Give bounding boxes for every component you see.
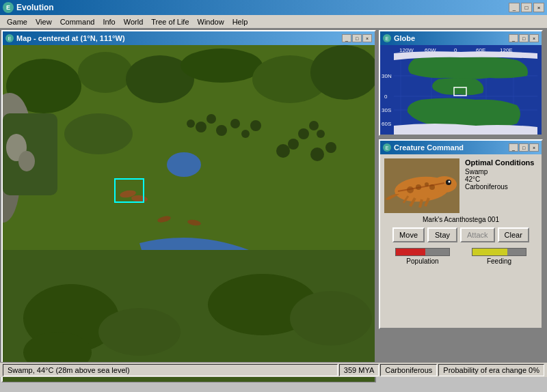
map-window-title: Map - centered at (1°N, 111°W) [16, 34, 342, 42]
svg-point-17 [241, 130, 250, 138]
map-content[interactable] [3, 45, 375, 382]
feeding-bar [472, 249, 507, 255]
svg-point-61 [449, 181, 451, 183]
clear-button[interactable]: Clear [498, 227, 529, 242]
svg-point-18 [250, 120, 261, 131]
feeding-group: Feeding [464, 248, 535, 265]
optimal-title: Optimal Conditions [465, 158, 534, 167]
creature-image [384, 158, 459, 213]
status-bar: Swamp, 44°C (28m above sea level) 359 MY… [0, 362, 547, 377]
map-maximize-button[interactable]: □ [352, 34, 362, 42]
creature-window-buttons: _ □ × [509, 143, 539, 152]
svg-text:0: 0 [384, 94, 388, 100]
svg-point-25 [98, 308, 181, 356]
map-terrain [3, 45, 375, 382]
svg-text:60S: 60S [382, 121, 391, 127]
globe-window-buttons: _ □ × [509, 34, 539, 42]
creature-info-row: Optimal Conditions Swamp 42°C Carbonifer… [384, 158, 537, 213]
main-area: E Map - centered at (1°N, 111°W) _ □ × [0, 29, 547, 377]
creature-sprite [384, 158, 459, 213]
svg-point-2 [78, 52, 133, 93]
menu-view[interactable]: View [31, 16, 56, 27]
svg-point-11 [167, 152, 201, 177]
population-group: Population [387, 248, 458, 265]
app-icon: E [3, 2, 14, 13]
map-window: E Map - centered at (1°N, 111°W) _ □ × [1, 30, 376, 382]
close-button[interactable]: × [533, 3, 544, 12]
creature-maximize-button[interactable]: □ [519, 143, 529, 152]
globe-svg: 120W 60W 0 60E 120E 30N 0 30S 60S [380, 45, 542, 135]
creature-close-button[interactable]: × [529, 143, 539, 152]
svg-point-34 [276, 144, 290, 158]
menu-tree-of-life[interactable]: Tree of Life [147, 16, 193, 27]
creature-window-title: Creature Command [394, 143, 509, 152]
action-buttons: Move Stay Attack Clear [384, 227, 537, 242]
title-bar-buttons: _ □ × [509, 3, 544, 12]
feeding-label: Feeding [487, 257, 511, 265]
svg-point-21 [317, 130, 325, 138]
globe-minimize-button[interactable]: _ [509, 34, 518, 42]
population-bar-container [395, 248, 450, 256]
menu-info[interactable]: Info [98, 16, 119, 27]
svg-text:30S: 30S [382, 107, 391, 113]
svg-point-12 [196, 122, 206, 132]
svg-point-35 [288, 139, 299, 150]
svg-point-16 [230, 119, 240, 128]
status-era: Carboniferous [380, 364, 437, 376]
bars-row: Population Feeding [384, 248, 537, 265]
svg-point-15 [216, 125, 227, 136]
status-mya: 359 MYA [339, 364, 379, 376]
creature-window-icon: E [383, 143, 391, 152]
move-button[interactable]: Move [392, 227, 425, 242]
map-title-bar: E Map - centered at (1°N, 111°W) _ □ × [3, 31, 375, 45]
svg-point-19 [298, 128, 309, 139]
svg-point-10 [64, 113, 133, 154]
feeding-bar-container [472, 248, 526, 256]
status-terrain: Swamp, 44°C (28m above sea level) [3, 364, 338, 376]
optimal-conditions: Optimal Conditions Swamp 42°C Carbonifer… [465, 158, 534, 213]
map-window-buttons: _ □ × [342, 34, 372, 42]
svg-point-4 [181, 48, 263, 83]
map-minimize-button[interactable]: _ [342, 34, 351, 42]
svg-point-13 [206, 114, 216, 124]
app-title: Evolution [16, 3, 509, 12]
svg-text:30N: 30N [382, 73, 392, 79]
globe-window-icon: E [383, 34, 391, 42]
globe-window: E Globe _ □ × 120W 60W 0 60E 120E 30N 0 [379, 30, 543, 136]
optimal-era: Carboniferous [465, 183, 534, 191]
title-bar: E Evolution _ □ × [0, 0, 547, 15]
svg-point-27 [290, 291, 372, 346]
menu-world[interactable]: World [120, 16, 148, 27]
stay-button[interactable]: Stay [427, 227, 457, 242]
population-bar [396, 249, 425, 255]
creature-content: Optimal Conditions Swamp 42°C Carbonifer… [380, 154, 542, 269]
map-close-button[interactable]: × [362, 34, 372, 42]
maximize-button[interactable]: □ [521, 3, 532, 12]
menu-command[interactable]: Command [56, 16, 99, 27]
svg-point-20 [309, 121, 319, 130]
creature-name: Mark's Acanthostega 001 [384, 216, 537, 223]
status-probability: Probability of era change 0% [438, 364, 544, 376]
globe-close-button[interactable]: × [529, 34, 539, 42]
minimize-button[interactable]: _ [509, 3, 520, 12]
menu-bar: Game View Command Info World Tree of Lif… [0, 15, 547, 29]
map-window-icon: E [5, 34, 14, 42]
optimal-biome: Swamp [465, 168, 534, 176]
svg-point-14 [187, 120, 195, 128]
svg-point-33 [18, 151, 35, 171]
svg-point-37 [325, 142, 336, 153]
menu-help[interactable]: Help [228, 16, 252, 27]
globe-window-title: Globe [394, 34, 509, 42]
menu-window[interactable]: Window [194, 16, 228, 27]
attack-button[interactable]: Attack [460, 227, 495, 242]
svg-point-36 [310, 148, 324, 161]
menu-game[interactable]: Game [3, 16, 31, 27]
optimal-temp: 42°C [465, 176, 534, 183]
creature-command-window: E Creature Command _ □ × [379, 139, 543, 329]
globe-title-bar: E Globe _ □ × [380, 31, 542, 45]
creature-title-bar: E Creature Command _ □ × [380, 141, 542, 154]
globe-maximize-button[interactable]: □ [519, 34, 529, 42]
creature-minimize-button[interactable]: _ [509, 143, 518, 152]
globe-content[interactable]: 120W 60W 0 60E 120E 30N 0 30S 60S [380, 45, 542, 135]
population-label: Population [406, 257, 438, 265]
